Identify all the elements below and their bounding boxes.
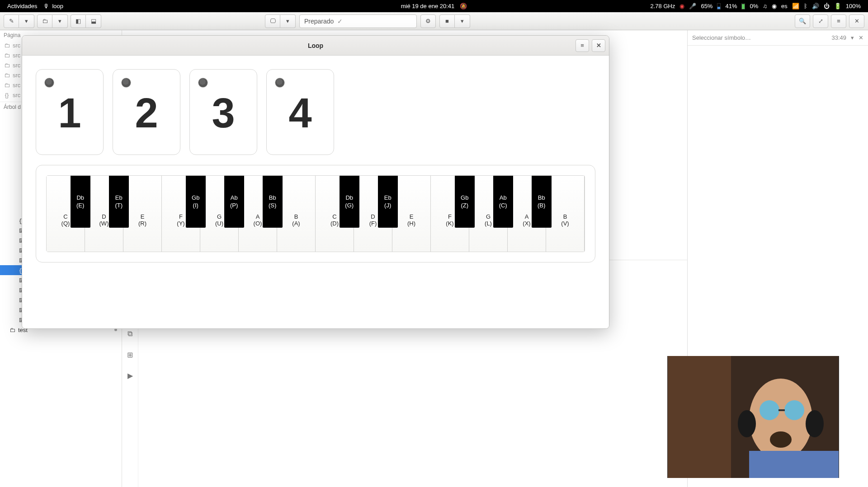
note-label: A	[256, 213, 260, 220]
black-key[interactable]: Bb(S)	[263, 176, 283, 228]
device-button[interactable]: 🖵	[265, 14, 280, 28]
mem-graph-icon	[741, 3, 745, 9]
key-binding: (Z)	[461, 202, 468, 209]
build-status[interactable]: Preparado ✓	[299, 14, 417, 28]
black-key[interactable]: Bb(B)	[532, 176, 552, 228]
key-binding: (J)	[384, 202, 391, 209]
key-binding: (C)	[499, 202, 507, 209]
keyboard-lang[interactable]: es	[781, 3, 788, 9]
power-icon[interactable]: ⏻	[824, 3, 830, 9]
black-key[interactable]: Ab(P)	[224, 176, 244, 228]
stop-icon: ■	[445, 18, 449, 24]
black-key[interactable]: Db(E)	[71, 176, 90, 228]
layout-icon[interactable]: ⧉	[127, 328, 132, 339]
stop-button[interactable]: ■	[439, 14, 455, 28]
new-file-button[interactable]: ✎	[4, 14, 19, 28]
new-file-menu[interactable]: ▾	[19, 14, 34, 28]
note-label: Bb	[269, 194, 276, 201]
key-binding: (D)	[330, 220, 339, 227]
search-button[interactable]: 🔍	[795, 14, 810, 28]
play-icon[interactable]: ▶	[127, 370, 133, 381]
note-label: C	[332, 213, 336, 220]
track-card[interactable]: 4	[266, 69, 334, 155]
loop-titlebar[interactable]: Loop ≡ ✕	[22, 36, 609, 56]
keyboard-frame: C(Q)D(W)E(R)F(Y)G(U)A(O)B(A)C(D)D(F)E(H)…	[36, 165, 595, 262]
track-number: 2	[135, 89, 158, 137]
track-card[interactable]: 2	[113, 69, 180, 155]
key-binding: (Y)	[177, 220, 184, 227]
open-menu[interactable]: ▾	[52, 14, 68, 28]
build-config-button[interactable]: ⚙	[420, 14, 436, 28]
note-label: C	[63, 213, 67, 220]
track-number: 3	[212, 89, 235, 137]
loop-menu-button[interactable]: ≡	[576, 39, 589, 52]
black-key[interactable]: Ab(C)	[493, 176, 513, 228]
pct3: 0%	[750, 3, 758, 9]
wifi-icon[interactable]: 📶	[792, 3, 799, 9]
key-binding: (H)	[407, 220, 415, 227]
app-name: loop	[52, 3, 63, 9]
status-dot-icon: ◉	[679, 3, 684, 9]
file-label: src	[13, 52, 20, 59]
folder-icon: 🗀	[4, 52, 10, 59]
track-card[interactable]: 3	[189, 69, 257, 155]
loop-title: Loop	[308, 42, 323, 49]
black-key[interactable]: Gb(Z)	[455, 176, 475, 228]
accessibility-icon[interactable]: ◉	[772, 3, 777, 9]
open-button[interactable]: 🗀	[37, 14, 52, 28]
piano-keyboard: C(Q)D(W)E(R)F(Y)G(U)A(O)B(A)C(D)D(F)E(H)…	[46, 175, 585, 252]
mic-status-icon: 🎤	[689, 3, 696, 9]
black-key[interactable]: Db(G)	[340, 176, 359, 228]
white-key[interactable]: E(R)	[123, 176, 162, 252]
device-menu[interactable]: ▾	[280, 14, 296, 28]
black-key[interactable]: Eb(T)	[109, 176, 129, 228]
close-icon: ✕	[596, 42, 601, 49]
outline-time: 33:49	[831, 34, 846, 41]
panel-left-button[interactable]: ◧	[71, 14, 86, 28]
chevron-down-icon: ▾	[461, 18, 464, 24]
key-binding: (A)	[292, 220, 300, 227]
record-button[interactable]	[275, 78, 285, 88]
volume-icon[interactable]: 🔊	[812, 3, 819, 9]
battery-icon: 🔋	[834, 3, 841, 9]
chevron-down-icon[interactable]: ▾	[851, 34, 854, 41]
panel-bottom-button[interactable]: ⬓	[86, 14, 101, 28]
white-key[interactable]: B(V)	[546, 176, 585, 252]
sliders-icon: ⚙	[425, 18, 431, 24]
file-label: src	[13, 82, 20, 89]
close-icon: ✕	[854, 18, 859, 24]
white-key[interactable]: E(H)	[392, 176, 431, 252]
folder-icon: 🗀	[4, 62, 10, 69]
white-key[interactable]: B(A)	[277, 176, 316, 252]
key-binding: (X)	[523, 220, 530, 227]
app-menu[interactable]: 🎙 loop	[43, 3, 63, 9]
grid-icon[interactable]: ⊞	[127, 349, 133, 360]
activities-button[interactable]: Actividades	[7, 3, 37, 9]
close-window-button[interactable]: ✕	[849, 14, 864, 28]
svg-point-4	[760, 400, 779, 420]
run-menu[interactable]: ▾	[455, 14, 470, 28]
webcam-overlay	[667, 356, 839, 478]
outline-placeholder[interactable]: Seleccionar símbolo…	[692, 34, 751, 41]
notification-off-icon[interactable]: 🔕	[460, 3, 467, 9]
black-key[interactable]: Eb(J)	[378, 176, 398, 228]
record-button[interactable]	[198, 78, 208, 88]
key-binding: (G)	[345, 202, 354, 209]
key-binding: (Q)	[61, 220, 70, 227]
folder-icon: 🗀	[4, 82, 10, 89]
monitor-icon: 🖵	[270, 18, 276, 24]
track-card[interactable]: 1	[36, 69, 104, 155]
loop-close-button[interactable]: ✕	[592, 39, 605, 52]
bluetooth-icon[interactable]: ᛒ	[804, 3, 807, 9]
fullscreen-button[interactable]: ⤢	[813, 14, 828, 28]
record-button[interactable]	[121, 78, 131, 88]
close-icon[interactable]: ✕	[859, 34, 863, 41]
music-icon[interactable]: ♫	[763, 3, 767, 9]
note-label: B	[563, 213, 567, 220]
clock[interactable]: mié 19 de ene 20:41	[401, 3, 455, 9]
record-button[interactable]	[44, 78, 54, 88]
black-key[interactable]: Gb(I)	[186, 176, 206, 228]
menu-icon: ≡	[580, 42, 584, 49]
note-label: Db	[76, 194, 84, 201]
hamburger-button[interactable]: ≡	[831, 14, 846, 28]
